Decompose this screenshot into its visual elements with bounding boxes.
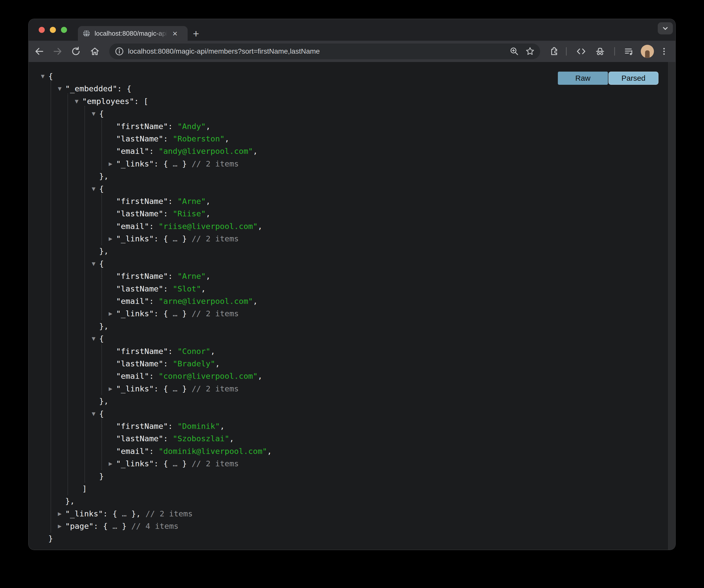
json-punctuation: } <box>182 234 187 243</box>
json-key: "firstName" <box>116 197 168 206</box>
json-punctuation: { <box>163 234 168 243</box>
json-line: } <box>28 532 668 545</box>
vertical-scrollbar[interactable] <box>668 62 676 550</box>
browser-tab[interactable]: localhost:8080/magic-api/me × <box>78 26 188 41</box>
collapse-toggle-icon[interactable]: ▼ <box>90 258 97 270</box>
expand-toggle-icon[interactable]: ▶ <box>56 507 63 520</box>
json-line: ▼"employees": [ <box>28 95 668 108</box>
code-brackets-icon[interactable] <box>576 46 586 56</box>
json-punctuation: , <box>253 297 258 306</box>
json-line: ▶"_links": { … } // 2 items <box>28 383 668 395</box>
json-punctuation: : <box>149 147 159 156</box>
json-string-value: "arne@liverpool.com" <box>159 297 253 306</box>
json-key: "email" <box>116 371 149 380</box>
json-tree: ▼{▼"_embedded": {▼"employees": [▼{"first… <box>28 62 668 550</box>
collapse-toggle-icon[interactable]: ▼ <box>39 70 47 83</box>
json-punctuation: { <box>113 509 117 518</box>
json-punctuation: : <box>163 434 173 443</box>
json-string-value: "Arne" <box>178 271 206 281</box>
json-ellipsis: … <box>117 509 131 518</box>
json-string-value: "Szoboszlai" <box>173 434 229 443</box>
window-minimize-button[interactable] <box>50 27 56 33</box>
json-punctuation: { <box>48 71 53 81</box>
collapse-toggle-icon[interactable]: ▼ <box>73 95 80 108</box>
tab-search-button[interactable] <box>658 22 673 35</box>
json-punctuation: }, <box>131 509 140 518</box>
profile-avatar[interactable] <box>641 45 654 58</box>
json-punctuation: }, <box>65 496 75 505</box>
forward-arrow-icon[interactable] <box>53 46 63 56</box>
json-punctuation: , <box>258 371 262 380</box>
collapse-toggle-icon[interactable]: ▼ <box>90 183 97 195</box>
json-key: "_links" <box>116 159 154 168</box>
json-string-value: "riise@liverpool.com" <box>159 222 258 231</box>
json-ellipsis: … <box>168 159 182 168</box>
url-text[interactable]: localhost:8080/magic-api/members?sort=fi… <box>128 47 509 55</box>
json-line: ▼{ <box>28 183 668 195</box>
json-key: "firstName" <box>116 422 168 431</box>
json-punctuation: : <box>149 371 159 380</box>
json-punctuation: , <box>206 209 211 218</box>
collapse-toggle-icon[interactable]: ▼ <box>90 332 97 345</box>
json-key: "page" <box>65 522 94 531</box>
json-punctuation: : <box>163 134 173 143</box>
json-key: "lastName" <box>116 134 163 143</box>
json-line: "email": "arne@liverpool.com", <box>28 295 668 307</box>
json-line: ▶"_links": { … }, // 2 items <box>28 507 668 520</box>
tab-close-icon[interactable]: × <box>170 29 180 38</box>
window-zoom-button[interactable] <box>61 27 67 33</box>
json-key: "_links" <box>116 459 154 468</box>
json-item-count-comment: // 2 items <box>187 234 239 243</box>
json-punctuation: }, <box>99 322 109 331</box>
toolbar-separator <box>566 47 567 56</box>
json-punctuation: { <box>163 309 168 318</box>
json-punctuation: }, <box>99 171 109 181</box>
expand-toggle-icon[interactable]: ▶ <box>107 458 114 470</box>
expand-toggle-icon[interactable]: ▶ <box>107 383 114 395</box>
indent-guide <box>84 106 85 482</box>
url-bar[interactable]: localhost:8080/magic-api/members?sort=fi… <box>109 44 540 59</box>
collapse-toggle-icon[interactable]: ▼ <box>90 408 97 420</box>
json-line: "email": "conor@liverpool.com", <box>28 370 668 382</box>
media-playlist-icon[interactable] <box>624 46 634 56</box>
json-line: ▶"page": { … } // 4 items <box>28 520 668 532</box>
home-icon[interactable] <box>90 46 100 56</box>
json-line: "lastName": "Slot", <box>28 283 668 295</box>
new-tab-button[interactable]: + <box>190 28 201 40</box>
json-line: "email": "andy@liverpool.com", <box>28 145 668 157</box>
back-arrow-icon[interactable] <box>34 46 44 56</box>
parsed-button[interactable]: Parsed <box>608 71 658 85</box>
json-line: ▶"_links": { … } // 2 items <box>28 307 668 320</box>
screenshot-canvas: { "window": { "traffic_lights": ["close"… <box>0 0 704 588</box>
json-line: ] <box>28 482 668 495</box>
json-punctuation: } <box>182 309 187 318</box>
expand-toggle-icon[interactable]: ▶ <box>107 158 114 170</box>
window-close-button[interactable] <box>39 27 45 33</box>
json-punctuation: { <box>163 459 168 468</box>
json-line: "firstName": "Conor", <box>28 345 668 358</box>
json-punctuation: { <box>99 109 104 118</box>
expand-toggle-icon[interactable]: ▶ <box>56 520 63 532</box>
json-punctuation: { <box>99 409 104 418</box>
collapse-toggle-icon[interactable]: ▼ <box>90 108 97 120</box>
browser-window: localhost:8080/magic-api/me × + <box>28 19 676 550</box>
json-key: "employees" <box>82 97 134 106</box>
json-item-count-comment: // 2 items <box>141 509 193 518</box>
collapse-toggle-icon[interactable]: ▼ <box>56 83 63 95</box>
expand-toggle-icon[interactable]: ▶ <box>107 232 114 245</box>
json-key: "lastName" <box>116 209 163 218</box>
json-line: ▶"_links": { … } // 2 items <box>28 158 668 170</box>
expand-toggle-icon[interactable]: ▶ <box>107 307 114 320</box>
json-ellipsis: … <box>168 234 182 243</box>
incognito-detective-icon[interactable] <box>595 46 605 56</box>
bookmark-star-icon[interactable] <box>525 46 535 56</box>
json-punctuation: : <box>168 197 177 206</box>
kebab-menu-icon[interactable] <box>659 46 669 56</box>
zoom-in-icon[interactable] <box>509 46 519 56</box>
info-icon[interactable] <box>114 46 124 56</box>
raw-button[interactable]: Raw <box>558 71 608 85</box>
extensions-puzzle-icon[interactable] <box>549 46 560 56</box>
json-line: "email": "riise@liverpool.com", <box>28 220 668 232</box>
json-item-count-comment: // 2 items <box>187 384 239 393</box>
reload-icon[interactable] <box>71 46 81 56</box>
